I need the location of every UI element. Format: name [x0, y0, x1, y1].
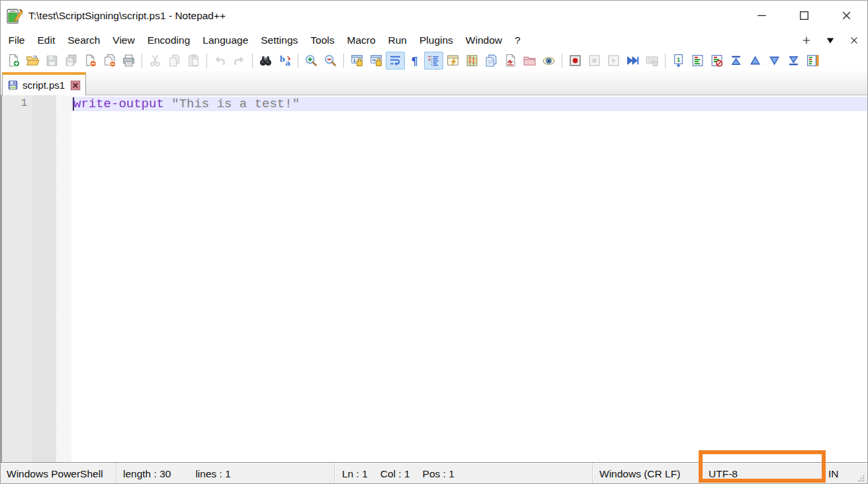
tab-bar: script.ps1: [1, 71, 867, 95]
toolbar-separator: [206, 54, 207, 68]
document-signature-button[interactable]: [501, 52, 520, 70]
status-doc-type[interactable]: Windows PowerShell: [1, 463, 116, 484]
window-title: T:\test\ScriptSigning\script.ps1 - Notep…: [28, 10, 226, 22]
show-all-characters-button[interactable]: ¶: [405, 52, 424, 70]
menubar-right-controls: [801, 35, 859, 46]
token-plain: [164, 97, 171, 111]
compare-nav-first-button[interactable]: [726, 52, 746, 70]
menu-view[interactable]: View: [107, 32, 141, 49]
tab-script.ps1[interactable]: script.ps1: [2, 72, 86, 95]
floppy-saved-icon: [7, 79, 19, 91]
compare-nav-bar-button[interactable]: [803, 52, 822, 70]
monitoring-eye-button[interactable]: [539, 52, 558, 70]
copy-button[interactable]: [165, 52, 184, 70]
compare-nav-prev-button[interactable]: [746, 52, 765, 70]
macro-play-button[interactable]: [604, 52, 623, 70]
cut-button[interactable]: [146, 52, 165, 70]
replace-button[interactable]: ba: [275, 52, 294, 70]
status-eol-format[interactable]: Windows (CR LF): [593, 463, 701, 484]
resize-grip[interactable]: [856, 473, 867, 484]
toolbar-separator: [252, 54, 253, 68]
print-button[interactable]: [119, 52, 138, 70]
menu-tools[interactable]: Tools: [304, 32, 341, 49]
status-cursor-position[interactable]: Ln : 1 Col : 1 Pos : 1: [335, 463, 593, 484]
tab-close-icon[interactable]: [70, 80, 81, 91]
document-map-button[interactable]: [462, 52, 482, 70]
macro-stop-button[interactable]: [585, 52, 604, 70]
status-ln-label: Ln : 1: [342, 468, 368, 480]
menu-items: FileEditSearchViewEncodingLanguageSettin…: [1, 32, 527, 49]
menu-settings[interactable]: Settings: [255, 32, 304, 49]
text-editing-area[interactable]: write-output "This is a test!": [71, 95, 867, 462]
close-window-button[interactable]: [825, 1, 867, 30]
svg-text:b: b: [280, 54, 285, 64]
menu-plugins[interactable]: Plugins: [413, 32, 459, 49]
folder-as-workspace-button[interactable]: [520, 52, 539, 70]
line-number-margin: 1: [2, 95, 32, 462]
status-doc-type-label: Windows PowerShell: [7, 468, 103, 480]
notepadpp-logo-icon: [6, 7, 23, 24]
zoom-in-button[interactable]: [302, 52, 321, 70]
status-encoding[interactable]: UTF-8: [701, 463, 822, 484]
tab-label: script.ps1: [22, 79, 65, 91]
token-keyword: write-output: [73, 97, 164, 111]
compare-button[interactable]: [688, 52, 707, 70]
status-bar: Windows PowerShell length : 30 lines : 1…: [1, 462, 867, 484]
minimize-button[interactable]: [740, 1, 783, 30]
zoom-out-button[interactable]: [321, 52, 340, 70]
new-file-button[interactable]: [4, 52, 23, 70]
toolbar-separator: [298, 54, 298, 68]
function-list-button[interactable]: [443, 52, 462, 70]
undo-button[interactable]: [210, 52, 230, 70]
document-list-button[interactable]: [482, 52, 501, 70]
menu-macro[interactable]: Macro: [341, 32, 382, 49]
maximize-button[interactable]: [783, 1, 825, 30]
compare-clear-button[interactable]: [707, 52, 726, 70]
macro-save-button[interactable]: [642, 52, 662, 70]
menu-edit[interactable]: Edit: [31, 32, 62, 49]
dropdown-arrow-icon[interactable]: [825, 35, 836, 46]
plus-new-tab-icon[interactable]: [801, 35, 812, 46]
toolbar-separator: [343, 54, 344, 68]
status-length-label: length : 30: [123, 468, 171, 480]
close-file-button[interactable]: [81, 52, 100, 70]
titlebar[interactable]: T:\test\ScriptSigning\script.ps1 - Notep…: [1, 1, 867, 30]
menu-window[interactable]: Window: [459, 32, 508, 49]
macro-record-button[interactable]: [566, 52, 585, 70]
macro-run-multiple-button[interactable]: [623, 52, 642, 70]
redo-button[interactable]: [230, 52, 249, 70]
close-x-icon[interactable]: [849, 35, 859, 46]
compare-nav-next-button[interactable]: [765, 52, 784, 70]
compare-nav-last-button[interactable]: [784, 52, 803, 70]
word-wrap-button[interactable]: [386, 52, 405, 70]
bookmark-margin[interactable]: [32, 95, 56, 462]
save-file-button[interactable]: [42, 52, 62, 70]
svg-text:1: 1: [677, 56, 681, 63]
close-all-button[interactable]: [100, 52, 119, 70]
menu-encoding[interactable]: Encoding: [141, 32, 196, 49]
toolbar-separator: [562, 54, 562, 68]
menu-language[interactable]: Language: [196, 32, 255, 49]
toolbar: ba¶1: [1, 50, 867, 71]
line-number: 1: [2, 97, 27, 109]
notepad-window: T:\test\ScriptSigning\script.ps1 - Notep…: [0, 0, 868, 484]
compare-set-first-button[interactable]: 1: [669, 52, 688, 70]
save-all-button[interactable]: [62, 52, 81, 70]
open-file-button[interactable]: [23, 52, 42, 70]
menu-search[interactable]: Search: [62, 32, 107, 49]
menu-run[interactable]: Run: [382, 32, 413, 49]
status-lines-label: lines : 1: [195, 468, 230, 480]
menu-file[interactable]: File: [2, 32, 31, 49]
fold-margin: [56, 95, 71, 462]
status-typing-mode-label: IN: [828, 468, 839, 480]
sync-vertical-button[interactable]: [347, 52, 367, 70]
paste-button[interactable]: [184, 52, 203, 70]
indent-guide-button[interactable]: [424, 52, 443, 70]
find-button[interactable]: [256, 52, 275, 70]
menubar: FileEditSearchViewEncodingLanguageSettin…: [1, 30, 867, 50]
menu-help[interactable]: ?: [508, 32, 527, 49]
status-col-label: Col : 1: [380, 468, 410, 480]
editor-area[interactable]: 1 write-output "This is a test!": [1, 95, 867, 462]
code-line: write-output "This is a test!": [71, 95, 867, 111]
sync-horizontal-button[interactable]: [367, 52, 386, 70]
